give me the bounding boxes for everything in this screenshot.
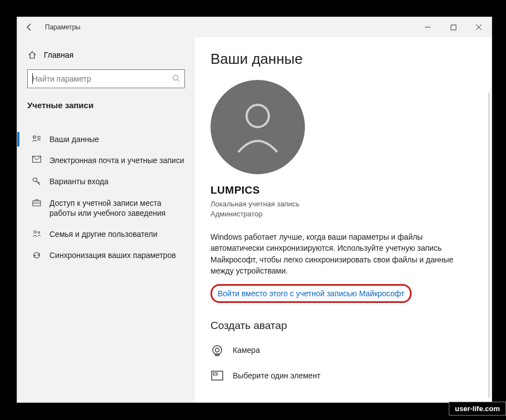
avatar xyxy=(211,80,305,174)
home-icon xyxy=(27,50,37,59)
svg-point-4 xyxy=(33,136,36,139)
page-title: Ваши данные xyxy=(211,50,476,68)
svg-rect-21 xyxy=(213,373,217,375)
arrow-left-icon xyxy=(25,23,34,32)
sidebar: Главная Учетные записи Ваши данные xyxy=(17,37,195,402)
close-button[interactable] xyxy=(466,17,492,37)
content-area: Ваши данные LUMPICS Локальная учетная за… xyxy=(195,37,492,402)
sidebar-item-label: Доступ к учетной записи места работы или… xyxy=(49,198,185,218)
search-input[interactable] xyxy=(27,69,185,88)
sidebar-item-family[interactable]: Семья и другие пользователи xyxy=(27,224,185,245)
people-icon xyxy=(32,230,42,237)
svg-point-9 xyxy=(33,178,37,182)
svg-rect-8 xyxy=(33,156,41,163)
sidebar-nav: Ваши данные Электронная почта и учетные … xyxy=(27,129,185,266)
avatar-option-label: Выберите один элемент xyxy=(233,371,320,380)
avatar-option-browse[interactable]: Выберите один элемент xyxy=(211,371,476,381)
window-title: Параметры xyxy=(42,23,81,31)
sync-icon xyxy=(32,251,42,260)
maximize-button[interactable] xyxy=(440,17,466,37)
sidebar-item-signin-options[interactable]: Варианты входа xyxy=(27,171,185,192)
search-field[interactable] xyxy=(32,74,172,83)
sidebar-item-email-accounts[interactable]: Электронная почта и учетные записи xyxy=(27,150,185,171)
account-type: Локальная учетная запись xyxy=(211,200,476,208)
avatar-option-label: Камера xyxy=(233,346,260,355)
close-icon xyxy=(475,24,482,31)
avatar-option-camera[interactable]: Камера xyxy=(211,344,476,356)
briefcase-icon xyxy=(32,199,42,206)
sidebar-item-sync[interactable]: Синхронизация ваших параметров xyxy=(27,245,185,266)
svg-line-3 xyxy=(178,79,180,82)
sidebar-item-your-info[interactable]: Ваши данные xyxy=(27,129,185,150)
sync-description: Windows работает лучше, когда ваши парам… xyxy=(211,231,472,276)
key-icon xyxy=(32,177,42,186)
minimize-button[interactable] xyxy=(415,17,440,37)
watermark: user-life.com xyxy=(449,402,506,416)
browse-icon xyxy=(211,371,224,381)
mail-icon xyxy=(32,156,42,163)
person-card-icon xyxy=(32,135,42,143)
sidebar-item-label: Синхронизация ваших параметров xyxy=(49,250,185,260)
scrollbar[interactable] xyxy=(488,93,490,398)
settings-window: Параметры Главная xyxy=(17,17,492,403)
home-link[interactable]: Главная xyxy=(27,49,185,60)
signin-microsoft-link[interactable]: Войти вместо этого с учетной записью Май… xyxy=(211,284,412,303)
sidebar-item-label: Семья и другие пользователи xyxy=(49,229,185,239)
user-name: LUMPICS xyxy=(211,184,476,196)
svg-point-17 xyxy=(213,346,222,355)
search-icon xyxy=(172,74,180,84)
account-role: Администратор xyxy=(211,210,476,218)
svg-point-15 xyxy=(38,231,39,233)
sidebar-category: Учетные записи xyxy=(27,100,185,110)
camera-icon xyxy=(211,344,224,356)
home-label: Главная xyxy=(44,50,73,59)
svg-point-2 xyxy=(173,75,178,80)
back-button[interactable] xyxy=(17,23,42,32)
svg-point-18 xyxy=(216,348,219,352)
svg-rect-1 xyxy=(451,25,456,30)
maximize-icon xyxy=(450,24,457,31)
titlebar: Параметры xyxy=(17,17,492,37)
svg-point-14 xyxy=(34,231,37,234)
sidebar-item-label: Ваши данные xyxy=(49,134,185,144)
svg-point-16 xyxy=(247,105,269,127)
person-icon xyxy=(233,99,283,155)
create-avatar-heading: Создать аватар xyxy=(211,320,476,332)
text-cursor xyxy=(32,73,33,84)
sidebar-item-label: Варианты входа xyxy=(49,176,185,186)
minimize-icon xyxy=(424,24,431,31)
sidebar-item-work-school[interactable]: Доступ к учетной записи места работы или… xyxy=(27,193,185,224)
svg-line-11 xyxy=(38,182,39,183)
sidebar-item-label: Электронная почта и учетные записи xyxy=(49,155,185,165)
